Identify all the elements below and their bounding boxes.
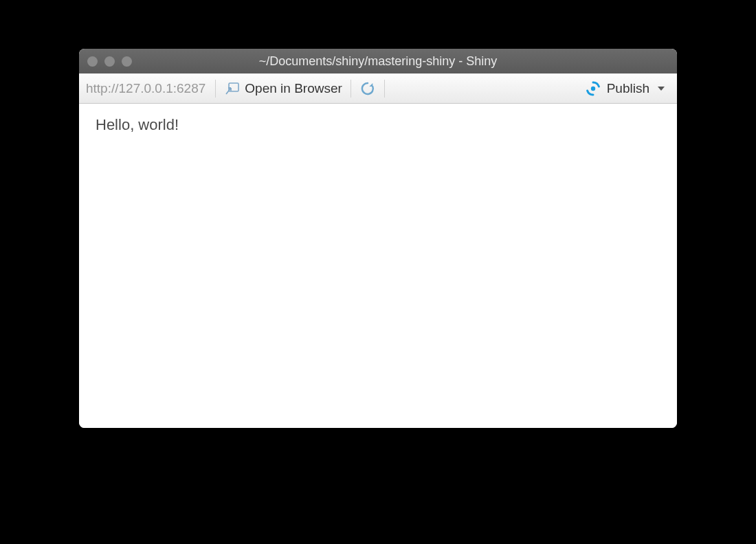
traffic-lights bbox=[87, 56, 132, 67]
titlebar[interactable]: ~/Documents/shiny/mastering-shiny - Shin… bbox=[79, 49, 677, 73]
refresh-icon bbox=[359, 80, 376, 97]
url-display[interactable]: http://127.0.0.1:6287 bbox=[86, 81, 211, 96]
minimize-icon[interactable] bbox=[104, 56, 115, 67]
svg-point-1 bbox=[590, 86, 594, 90]
close-icon[interactable] bbox=[87, 56, 98, 67]
content-area: Hello, world! bbox=[79, 104, 677, 428]
zoom-icon[interactable] bbox=[122, 56, 132, 67]
window-title: ~/Documents/shiny/mastering-shiny - Shin… bbox=[79, 54, 677, 69]
chevron-down-icon bbox=[658, 87, 665, 91]
app-window: ~/Documents/shiny/mastering-shiny - Shin… bbox=[79, 49, 677, 428]
divider bbox=[351, 80, 351, 98]
open-in-browser-label: Open in Browser bbox=[245, 81, 342, 96]
publish-icon bbox=[585, 80, 601, 97]
body-text: Hello, world! bbox=[96, 116, 660, 134]
publish-button[interactable]: Publish bbox=[579, 78, 670, 100]
divider bbox=[384, 80, 385, 98]
publish-label: Publish bbox=[607, 81, 649, 96]
toolbar: http://127.0.0.1:6287 Open in Browser bbox=[79, 73, 677, 104]
open-in-browser-button[interactable]: Open in Browser bbox=[220, 78, 346, 99]
open-in-browser-icon bbox=[224, 82, 241, 95]
refresh-button[interactable] bbox=[355, 78, 380, 100]
divider bbox=[215, 80, 216, 98]
